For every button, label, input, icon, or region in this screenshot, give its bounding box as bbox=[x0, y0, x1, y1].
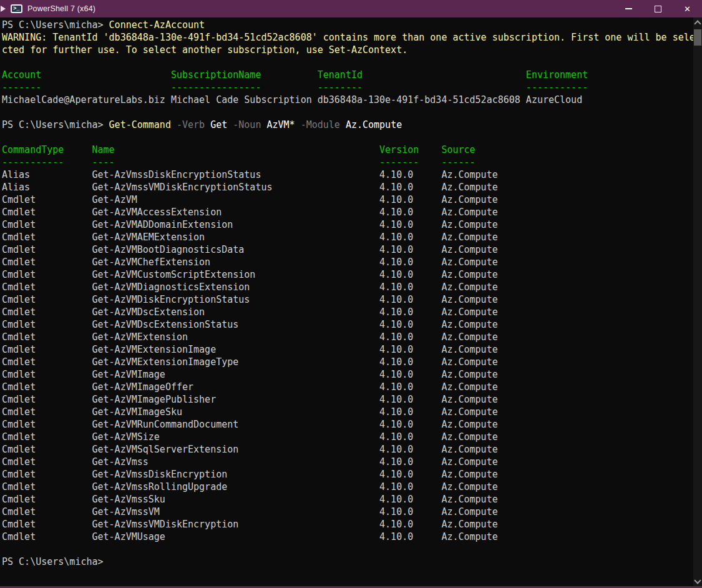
terminal-line: Cmdlet Get-AzVmss 4.10.0 Az.Compute bbox=[2, 456, 693, 468]
terminal-line: Alias Get-AzVmssVMDiskEncryptionStatus 4… bbox=[2, 181, 693, 194]
terminal-line bbox=[2, 543, 693, 556]
terminal-line: Cmdlet Get-AzVMImageOffer 4.10.0 Az.Comp… bbox=[2, 381, 693, 393]
minimize-button[interactable] bbox=[614, 0, 643, 17]
terminal-line: Cmdlet Get-AzVMSqlServerExtension 4.10.0… bbox=[2, 443, 693, 456]
terminal-line: Cmdlet Get-AzVmssRollingUpgrade 4.10.0 A… bbox=[2, 481, 693, 493]
terminal-line: Cmdlet Get-AzVMRunCommandDocument 4.10.0… bbox=[2, 418, 693, 431]
terminal-line: CommandType Name Version Source bbox=[2, 144, 693, 156]
terminal-line: Cmdlet Get-AzVMImage 4.10.0 Az.Compute bbox=[2, 368, 693, 381]
terminal-line: Cmdlet Get-AzVMDscExtension 4.10.0 Az.Co… bbox=[2, 306, 693, 318]
terminal-line: MichaelCade@AperatureLabs.biz Michael Ca… bbox=[2, 94, 693, 106]
terminal-line: Cmdlet Get-AzVMCustomScriptExtension 4.1… bbox=[2, 268, 693, 281]
scroll-down-arrow-icon[interactable] bbox=[693, 576, 702, 586]
terminal-line: Cmdlet Get-AzVMADDomainExtension 4.10.0 … bbox=[2, 218, 693, 231]
scroll-up-arrow-icon[interactable] bbox=[693, 17, 702, 27]
terminal-line bbox=[2, 131, 693, 144]
terminal-line: Cmdlet Get-AzVMAEMExtension 4.10.0 Az.Co… bbox=[2, 231, 693, 243]
terminal-line: Alias Get-AzVmssDiskEncryptionStatus 4.1… bbox=[2, 169, 693, 181]
terminal-line: Cmdlet Get-AzVMDiskEncryptionStatus 4.10… bbox=[2, 293, 693, 306]
terminal-line: PS C:\Users\micha> bbox=[2, 556, 693, 568]
titlebar: >_ PowerShell 7 (x64) ✕ bbox=[0, 0, 702, 17]
terminal-line: Cmdlet Get-AzVmssSku 4.10.0 Az.Compute bbox=[2, 493, 693, 506]
terminal-line: Cmdlet Get-AzVMImageSku 4.10.0 Az.Comput… bbox=[2, 406, 693, 418]
terminal-line bbox=[2, 106, 693, 119]
terminal-line: ------- ---------------- -------- ------… bbox=[2, 81, 693, 94]
terminal-line bbox=[2, 56, 693, 69]
terminal-line: Cmdlet Get-AzVMExtensionImageType 4.10.0… bbox=[2, 356, 693, 368]
powershell-icon: >_ bbox=[11, 4, 22, 13]
terminal-line: Account SubscriptionName TenantId Enviro… bbox=[2, 69, 693, 81]
terminal-line: PS C:\Users\micha> Connect-AzAccount bbox=[2, 19, 693, 31]
scrollbar[interactable] bbox=[693, 17, 702, 586]
maximize-button[interactable] bbox=[643, 0, 673, 17]
close-button[interactable]: ✕ bbox=[673, 0, 702, 17]
close-icon: ✕ bbox=[684, 5, 691, 13]
terminal-line: Cmdlet Get-AzVMExtensionImage 4.10.0 Az.… bbox=[2, 343, 693, 356]
terminal-line: Cmdlet Get-AzVMChefExtension 4.10.0 Az.C… bbox=[2, 256, 693, 268]
scrollbar-thumb[interactable] bbox=[694, 29, 701, 46]
terminal-line: PS C:\Users\micha> Get-Command -Verb Get… bbox=[2, 119, 693, 131]
terminal-line: Cmdlet Get-AzVMDscExtensionStatus 4.10.0… bbox=[2, 318, 693, 331]
maximize-icon bbox=[655, 6, 661, 12]
terminal-output[interactable]: PS C:\Users\micha> Connect-AzAccountWARN… bbox=[0, 17, 693, 586]
terminal-line: Cmdlet Get-AzVMImagePublisher 4.10.0 Az.… bbox=[2, 393, 693, 406]
terminal-line: Cmdlet Get-AzVMBootDiagnosticsData 4.10.… bbox=[2, 243, 693, 256]
minimize-icon bbox=[625, 8, 632, 9]
terminal-line: Cmdlet Get-AzVMDiagnosticsExtension 4.10… bbox=[2, 281, 693, 293]
terminal-line: ----------- ---- ------- ------ bbox=[2, 156, 693, 169]
terminal-line: Cmdlet Get-AzVM 4.10.0 Az.Compute bbox=[2, 194, 693, 206]
window-title: PowerShell 7 (x64) bbox=[27, 4, 95, 13]
terminal-line: Cmdlet Get-AzVmssVMDiskEncryption 4.10.0… bbox=[2, 518, 693, 531]
window-controls: ✕ bbox=[614, 0, 702, 17]
terminal-line: Cmdlet Get-AzVmssDiskEncryption 4.10.0 A… bbox=[2, 468, 693, 481]
tab-chevron-icon bbox=[1, 6, 6, 12]
terminal-line: Cmdlet Get-AzVMSize 4.10.0 Az.Compute bbox=[2, 431, 693, 443]
terminal-line: Cmdlet Get-AzVMAccessExtension 4.10.0 Az… bbox=[2, 206, 693, 218]
terminal-line: cted for further use. To select another … bbox=[2, 44, 693, 56]
terminal-line: Cmdlet Get-AzVMUsage 4.10.0 Az.Compute bbox=[2, 531, 693, 543]
terminal-line: Cmdlet Get-AzVmssVM 4.10.0 Az.Compute bbox=[2, 506, 693, 518]
powershell-window: >_ PowerShell 7 (x64) ✕ PS C:\Users\mich… bbox=[0, 0, 702, 588]
terminal-line: WARNING: TenantId 'db36848a-130e-491f-bd… bbox=[2, 31, 693, 44]
terminal-line: Cmdlet Get-AzVMExtension 4.10.0 Az.Compu… bbox=[2, 331, 693, 343]
